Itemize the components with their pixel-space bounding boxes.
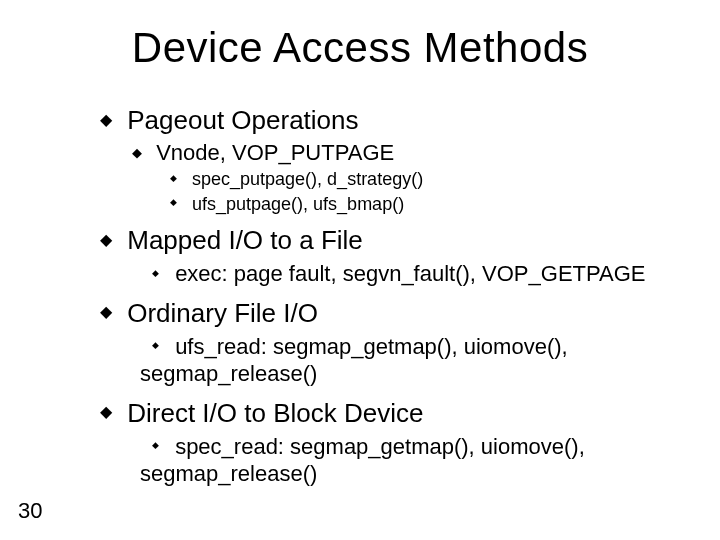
section-heading: Mapped I/O to a File: [100, 225, 690, 256]
list-item-text: ufs_read: segmap_getmap(), uiomove(),: [175, 334, 568, 359]
list-item-cont: segmap_release(): [140, 460, 690, 488]
list-item: exec: page fault, segvn_fault(), VOP_GET…: [152, 260, 690, 288]
section-heading: Pageout Operations: [100, 105, 690, 136]
list-item: ufs_read: segmap_getmap(), uiomove(), se…: [152, 333, 690, 388]
list-item: ufs_putpage(), ufs_bmap(): [170, 193, 690, 216]
section-heading: Ordinary File I/O: [100, 298, 690, 329]
slide-content: Pageout Operations Vnode, VOP_PUTPAGE sp…: [100, 95, 690, 490]
list-item-text: spec_read: segmap_getmap(), uiomove(),: [175, 434, 585, 459]
section-heading: Direct I/O to Block Device: [100, 398, 690, 429]
slide-title: Device Access Methods: [0, 24, 720, 72]
sub-heading: Vnode, VOP_PUTPAGE: [132, 140, 690, 166]
list-item: spec_read: segmap_getmap(), uiomove(), s…: [152, 433, 690, 488]
list-item-cont: segmap_release(): [140, 360, 690, 388]
list-item: spec_putpage(), d_strategy(): [170, 168, 690, 191]
page-number: 30: [18, 498, 42, 524]
section-heading-text: Ordinary File I/O: [127, 298, 318, 328]
section-heading-text: Direct I/O to Block Device: [127, 398, 423, 428]
slide: Device Access Methods Pageout Operations…: [0, 0, 720, 540]
list-item-text: exec: page fault, segvn_fault(), VOP_GET…: [175, 261, 645, 286]
sub-heading-text: Vnode, VOP_PUTPAGE: [156, 140, 394, 165]
list-item-text: ufs_putpage(), ufs_bmap(): [192, 194, 404, 214]
list-item-text: spec_putpage(), d_strategy(): [192, 169, 423, 189]
section-heading-text: Pageout Operations: [127, 105, 358, 135]
section-heading-text: Mapped I/O to a File: [127, 225, 363, 255]
